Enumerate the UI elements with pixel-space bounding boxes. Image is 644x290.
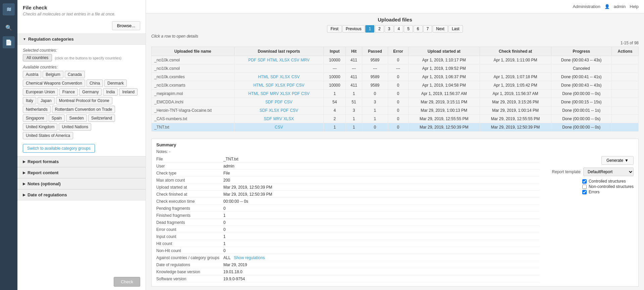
country-tag[interactable]: Montreal Protocol for Ozone xyxy=(56,97,112,104)
report-link-mrv[interactable]: MRV xyxy=(273,116,282,121)
table-row[interactable]: _nci10k.csmolPDFSDFHTMLXLSXCSVMRV1000041… xyxy=(152,56,639,64)
report-link-pdf[interactable]: PDF xyxy=(280,108,288,113)
report-link-csv[interactable]: CSV xyxy=(290,108,298,113)
report-link-xlsx[interactable]: XLSX xyxy=(269,108,279,113)
report-link-csv[interactable]: CSV xyxy=(291,75,300,79)
country-tag[interactable]: France xyxy=(59,88,78,96)
regulation-categories-header[interactable]: ▼ Regulation categories xyxy=(17,34,146,45)
country-tag[interactable]: Sweden xyxy=(66,114,87,122)
report-content-header[interactable]: ▶ Report content xyxy=(17,167,146,178)
report-link-xlsx[interactable]: XLSX xyxy=(283,116,294,121)
last-page-button[interactable]: Last xyxy=(448,25,463,33)
country-tag[interactable]: Chemical Weapons Convention xyxy=(23,80,85,87)
file-check-icon[interactable]: 📄 xyxy=(3,36,15,48)
country-tag[interactable]: Netherlands xyxy=(23,106,51,113)
checkbox-non-controlled-structures[interactable] xyxy=(582,185,587,189)
page-button-4[interactable]: 4 xyxy=(394,25,403,33)
country-tag[interactable]: Japan xyxy=(38,97,55,104)
country-tag[interactable]: United Kingdom xyxy=(23,123,57,131)
table-row[interactable]: _nci10k.cxsmilesHTMLSDFXLSXCSV1000041195… xyxy=(152,73,639,81)
report-template-select[interactable]: DefaultReport xyxy=(583,167,634,176)
first-page-button[interactable]: First xyxy=(327,25,341,33)
country-tag[interactable]: Switzerland xyxy=(88,114,115,122)
country-tag[interactable]: Germany xyxy=(79,88,102,96)
prev-page-button[interactable]: Previous xyxy=(342,25,365,33)
report-link-sdf[interactable]: SDF xyxy=(266,83,274,88)
table-row[interactable]: _nci10k.cxsmartsHTMLSDFXLSXPDFCSV1000041… xyxy=(152,81,639,90)
report-link-csv[interactable]: CSV xyxy=(275,125,283,130)
show-regulations-link[interactable]: Show regulations xyxy=(234,255,265,260)
user-menu[interactable]: admin xyxy=(614,4,626,9)
country-tag[interactable]: Rotterdam Convention on Trade xyxy=(52,106,115,113)
report-link-xlsx[interactable]: XLSX xyxy=(280,91,290,96)
table-row[interactable]: _Heroin-TNT-Viagra-Cocaine.txtSDFXLSXPDF… xyxy=(152,106,639,115)
page-button-1[interactable]: 1 xyxy=(365,25,374,33)
report-link-pdf[interactable]: PDF xyxy=(287,83,295,88)
report-formats-header[interactable]: ▶ Report formats xyxy=(17,156,146,167)
country-tag[interactable]: United States of America xyxy=(23,132,73,139)
report-link-xlsx[interactable]: XLSX xyxy=(280,75,290,79)
report-link-pdf[interactable]: PDF xyxy=(248,58,256,62)
all-countries-button[interactable]: All countries xyxy=(23,54,52,61)
page-button-2[interactable]: 2 xyxy=(375,25,384,33)
report-link-mrv[interactable]: MRV xyxy=(301,58,309,62)
country-tag[interactable]: Singapore xyxy=(23,114,47,122)
report-link-xlsx[interactable]: XLSX xyxy=(279,58,290,62)
report-link-html[interactable]: HTML xyxy=(258,75,269,79)
date-regulations-header[interactable]: ▶ Date of regulations xyxy=(17,189,146,200)
administration-link[interactable]: Administration xyxy=(573,4,600,9)
notes-header[interactable]: ▶ Notes (optional) xyxy=(17,178,146,189)
report-link-sdf[interactable]: SDF xyxy=(261,91,269,96)
page-button-7[interactable]: 7 xyxy=(423,25,432,33)
report-link-html[interactable]: HTML xyxy=(267,58,278,62)
report-link-sdf[interactable]: SDF xyxy=(258,58,266,62)
summary-key: Date of regulations xyxy=(156,262,223,268)
report-link-sdf[interactable]: SDF xyxy=(270,75,278,79)
report-link-sdf[interactable]: SDF xyxy=(265,100,273,104)
passed-cell: 9589 xyxy=(362,56,388,64)
table-row[interactable]: _mepirapim.molHTMLSDFMRVXLSXPDFCSV1100Ap… xyxy=(152,90,639,98)
summary-value: 0 xyxy=(223,248,540,254)
report-link-pdf[interactable]: PDF xyxy=(275,100,283,104)
page-button-5[interactable]: 5 xyxy=(404,25,413,33)
report-link-xlsx[interactable]: XLSX xyxy=(275,83,285,88)
country-tag[interactable]: United Nations xyxy=(59,123,91,131)
report-link-mrv[interactable]: MRV xyxy=(270,91,279,96)
table-row[interactable]: _nci10k.csmol------------Apr 1, 2019, 1:… xyxy=(152,64,639,73)
country-tag[interactable]: Spain xyxy=(49,114,65,122)
check-button[interactable]: Check xyxy=(114,277,140,287)
country-tag[interactable]: Italy xyxy=(23,97,36,104)
checkbox-errors[interactable] xyxy=(582,190,587,194)
country-tag[interactable]: Belgium xyxy=(43,71,63,78)
report-link-html[interactable]: HTML xyxy=(248,91,259,96)
error-cell: 0 xyxy=(388,123,409,132)
country-tag[interactable]: Ireland xyxy=(119,88,138,96)
report-link-sdf[interactable]: SDF xyxy=(260,108,268,113)
browse-button[interactable]: Browse... xyxy=(112,21,140,30)
table-row[interactable]: _EMCDDA.inchiSDFPDFCSV545130Mar 29, 2019… xyxy=(152,98,639,106)
search-icon[interactable]: 🔍 xyxy=(3,21,15,34)
report-link-sdf[interactable]: SDF xyxy=(264,116,272,121)
report-link-csv[interactable]: CSV xyxy=(296,83,305,88)
report-link-csv[interactable]: CSV xyxy=(291,58,300,62)
help-link[interactable]: Help xyxy=(630,4,639,9)
report-link-pdf[interactable]: PDF xyxy=(292,91,300,96)
checkbox-controlled-structures[interactable] xyxy=(582,179,587,184)
country-tag[interactable]: India xyxy=(103,88,118,96)
page-button-3[interactable]: 3 xyxy=(385,25,394,33)
main-content: Administration 👤 admin Help Uploaded fil… xyxy=(146,0,644,290)
report-link-csv[interactable]: CSV xyxy=(284,100,292,104)
table-row[interactable]: _TNT.txtCSV1100Mar 29, 2019, 12:50:39 PM… xyxy=(152,123,639,132)
country-tag[interactable]: Austria xyxy=(23,71,41,78)
switch-category-groups-button[interactable]: Switch to available category groups xyxy=(23,144,95,153)
country-tag[interactable]: China xyxy=(87,80,103,87)
country-tag[interactable]: European Union xyxy=(23,88,58,96)
next-page-button[interactable]: Next xyxy=(433,25,448,33)
generate-button[interactable]: Generate ▼ xyxy=(601,156,634,165)
report-link-html[interactable]: HTML xyxy=(253,83,264,88)
page-button-6[interactable]: 6 xyxy=(414,25,423,33)
country-tag[interactable]: Canada xyxy=(65,71,85,78)
table-row[interactable]: _CAS-numbers.txtSDFMRVXLSX2110Mar 29, 20… xyxy=(152,115,639,123)
country-tag[interactable]: Denmark xyxy=(104,80,127,87)
report-link-csv[interactable]: CSV xyxy=(301,91,310,96)
